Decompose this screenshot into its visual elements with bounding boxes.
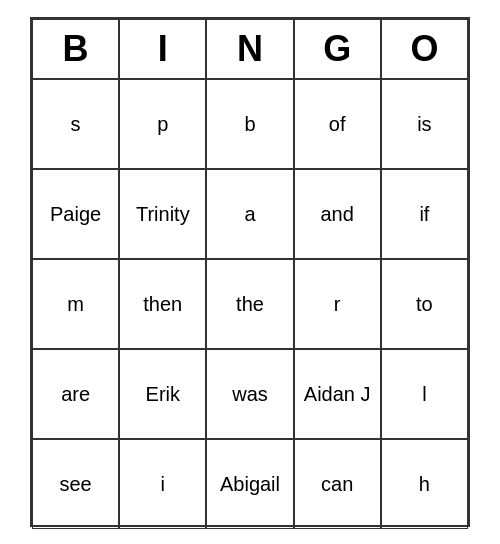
cell-1-4[interactable]: if <box>381 169 468 259</box>
cell-3-2[interactable]: was <box>206 349 293 439</box>
cell-1-0[interactable]: Paige <box>32 169 119 259</box>
cell-2-3[interactable]: r <box>294 259 381 349</box>
bingo-card: B I N G O s p b of is Paige Trinity a an… <box>30 17 470 527</box>
cell-0-3[interactable]: of <box>294 79 381 169</box>
cell-4-2[interactable]: Abigail <box>206 439 293 529</box>
cell-0-4[interactable]: is <box>381 79 468 169</box>
header-o: O <box>381 19 468 79</box>
header-n: N <box>206 19 293 79</box>
cell-1-3[interactable]: and <box>294 169 381 259</box>
cell-2-4[interactable]: to <box>381 259 468 349</box>
cell-1-2[interactable]: a <box>206 169 293 259</box>
cell-4-0[interactable]: see <box>32 439 119 529</box>
cell-2-2[interactable]: the <box>206 259 293 349</box>
cell-2-0[interactable]: m <box>32 259 119 349</box>
cell-3-1[interactable]: Erik <box>119 349 206 439</box>
cell-0-0[interactable]: s <box>32 79 119 169</box>
cell-1-1[interactable]: Trinity <box>119 169 206 259</box>
cell-0-1[interactable]: p <box>119 79 206 169</box>
cell-3-4[interactable]: l <box>381 349 468 439</box>
header-g: G <box>294 19 381 79</box>
cell-3-3[interactable]: Aidan J <box>294 349 381 439</box>
header-i: I <box>119 19 206 79</box>
cell-3-0[interactable]: are <box>32 349 119 439</box>
header-b: B <box>32 19 119 79</box>
cell-4-1[interactable]: i <box>119 439 206 529</box>
cell-4-3[interactable]: can <box>294 439 381 529</box>
cell-0-2[interactable]: b <box>206 79 293 169</box>
cell-2-1[interactable]: then <box>119 259 206 349</box>
cell-4-4[interactable]: h <box>381 439 468 529</box>
